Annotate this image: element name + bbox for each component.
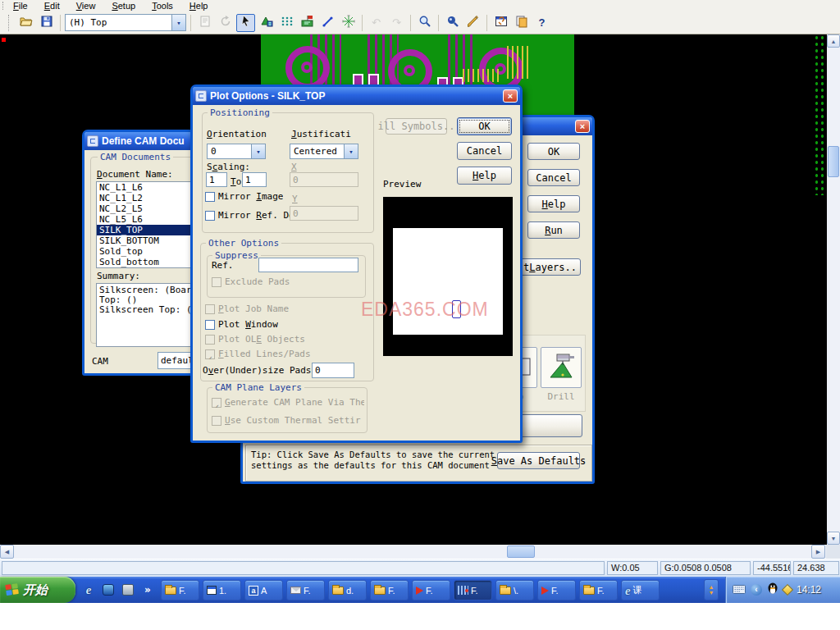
clock: 14:12 xyxy=(797,584,821,596)
y-offset-field xyxy=(290,206,358,221)
route-icon xyxy=(260,15,273,31)
copy-button[interactable] xyxy=(512,14,531,32)
layer-combo[interactable]: (H) Top ▾ xyxy=(65,14,186,31)
task-button[interactable]: aA xyxy=(244,580,283,600)
oversize-pads-field[interactable] xyxy=(312,363,354,378)
plot-window-checkbox[interactable] xyxy=(205,320,215,330)
cam-label: CAM xyxy=(92,357,108,367)
scale-to-label: To xyxy=(231,177,241,187)
overflow-chevron-icon: » xyxy=(144,584,151,596)
task-button[interactable]: F. xyxy=(161,580,199,600)
qq-icon[interactable] xyxy=(767,582,778,598)
save-as-defaults-button[interactable]: Save As Defaults xyxy=(497,452,580,469)
run-button[interactable]: Run xyxy=(527,221,580,239)
tray-app-icon[interactable] xyxy=(782,584,793,596)
task-button[interactable]: \. xyxy=(495,580,534,600)
close-icon[interactable]: × xyxy=(503,89,518,103)
menu-item-edit[interactable]: Edit xyxy=(44,1,60,11)
plot-job-name-checkbox xyxy=(205,304,215,314)
quick-launch-ie[interactable]: e xyxy=(82,583,95,596)
redraw-button[interactable] xyxy=(463,14,482,32)
chevron-down-icon[interactable]: ▾ xyxy=(251,144,265,158)
scrollbar-corner xyxy=(826,545,840,559)
drill-device-button[interactable] xyxy=(541,347,582,388)
pad-grid-button[interactable] xyxy=(277,14,296,32)
dynamic-zoom-button[interactable] xyxy=(443,14,462,32)
highlight-net-button[interactable] xyxy=(339,14,358,32)
red-arrow-icon xyxy=(541,587,549,595)
ok-button[interactable]: OK xyxy=(457,117,512,135)
undo-button: ↶ xyxy=(367,14,386,32)
chevron-down-icon[interactable]: ▾ xyxy=(171,15,185,30)
task-button[interactable]: F. xyxy=(579,580,618,600)
red-arrow-icon xyxy=(416,587,423,595)
scale-from-field[interactable] xyxy=(206,172,227,187)
help-icon: ? xyxy=(539,16,546,29)
save-button[interactable] xyxy=(37,14,56,32)
vertical-scroll-thumb[interactable] xyxy=(828,146,839,177)
horizontal-scroll-thumb[interactable] xyxy=(507,546,535,558)
vertical-scrollbar[interactable]: ▲ ▼ xyxy=(827,34,840,545)
menu-item-help[interactable]: Help xyxy=(189,1,208,11)
task-button[interactable]: F. xyxy=(412,580,450,600)
menu-item-file[interactable]: File xyxy=(13,1,28,11)
scroll-right-icon: ▶ xyxy=(816,549,820,555)
status-bar: W:0.05 G:0.0508 0.0508 -44.5516 24.638 xyxy=(0,559,840,577)
help-button[interactable]: Help xyxy=(457,167,512,185)
mirror-ref-checkbox[interactable] xyxy=(205,211,215,221)
quick-launch-app[interactable] xyxy=(102,583,115,596)
task-button-active[interactable]: F. xyxy=(454,580,492,600)
other-options-group-label: Other Options xyxy=(206,238,281,249)
scroll-right-button[interactable]: ▶ xyxy=(811,545,825,559)
orientation-dropdown[interactable]: 0 ▾ xyxy=(207,144,266,159)
menu-item-setup[interactable]: Setup xyxy=(112,1,135,11)
dialog-icon xyxy=(87,135,98,147)
tools-window-button[interactable] xyxy=(491,14,510,32)
cancel-button[interactable]: Cancel xyxy=(457,142,512,160)
help-button[interactable]: Help xyxy=(527,195,580,212)
justification-value: Centered xyxy=(294,146,337,157)
task-buttons: F. 1. aA F. d. F. F. F. \. F. F. e课 xyxy=(161,580,660,600)
close-icon[interactable]: × xyxy=(575,120,590,133)
task-button[interactable]: 1. xyxy=(203,580,241,600)
scale-to-field[interactable] xyxy=(242,172,267,187)
horizontal-scrollbar[interactable]: ◀ ▶ xyxy=(0,545,840,559)
suppress-ref-field[interactable] xyxy=(258,258,358,272)
task-button[interactable]: e课 xyxy=(621,580,660,600)
scroll-up-button[interactable]: ▲ xyxy=(827,34,840,48)
orientation-value: 0 xyxy=(211,146,217,157)
menu-item-view[interactable]: View xyxy=(76,1,96,11)
taskbar-scroll-button[interactable]: ▴ ▾ xyxy=(704,579,719,600)
mirror-image-checkbox[interactable] xyxy=(205,192,215,202)
task-button[interactable]: d. xyxy=(328,580,367,600)
start-button[interactable]: 开始 xyxy=(0,577,75,603)
help-button[interactable]: ? xyxy=(532,14,551,32)
generate-cam-checkbox: ✓ xyxy=(212,398,221,408)
zoom-button[interactable] xyxy=(415,14,434,32)
folder-icon xyxy=(583,587,595,595)
route-button[interactable] xyxy=(257,14,276,32)
scroll-down-button[interactable]: ▼ xyxy=(827,532,840,545)
quick-launch-desktop[interactable] xyxy=(121,583,135,596)
scroll-left-button[interactable]: ◀ xyxy=(0,545,14,559)
layers-button[interactable]: t Layers.. xyxy=(519,258,581,276)
plot-options-titlebar[interactable]: Plot Options - SILK_TOP × xyxy=(193,87,520,105)
window-icon xyxy=(207,586,217,595)
select-mode-button[interactable] xyxy=(236,14,255,32)
measure-button[interactable] xyxy=(318,14,337,32)
menu-item-tools[interactable]: Tools xyxy=(152,1,173,11)
justification-dropdown[interactable]: Centered ▾ xyxy=(290,144,358,159)
task-button[interactable]: F. xyxy=(537,580,576,600)
cancel-button[interactable]: Cancel xyxy=(527,169,580,186)
task-button[interactable]: F. xyxy=(370,580,409,600)
open-button[interactable] xyxy=(16,14,35,32)
task-button[interactable]: F. xyxy=(286,580,325,600)
keyboard-icon[interactable] xyxy=(733,582,746,597)
board-button[interactable] xyxy=(298,14,317,32)
dot-grid-icon xyxy=(281,15,294,31)
chevron-down-icon[interactable]: ▾ xyxy=(344,144,358,158)
tray-back-icon[interactable]: ‹ xyxy=(751,584,762,596)
use-custom-row: Use Custom Thermal Settir xyxy=(212,416,364,426)
ok-button[interactable]: OK xyxy=(527,143,580,160)
quick-launch-overflow[interactable]: » xyxy=(141,583,154,596)
